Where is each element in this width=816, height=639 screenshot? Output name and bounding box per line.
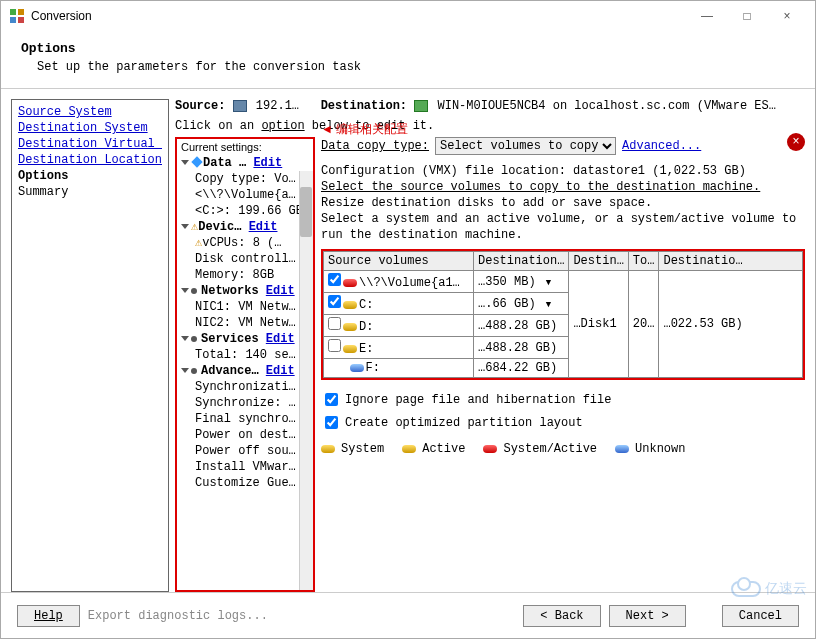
nav-destination-location[interactable]: Destination Location — [18, 152, 162, 168]
cloud-icon — [731, 581, 761, 597]
nav-options: Options — [18, 168, 162, 184]
page-title: Options — [21, 41, 795, 56]
back-button[interactable]: < Back — [523, 605, 600, 627]
svg-rect-1 — [18, 9, 24, 15]
edit-devices-link[interactable]: Edit — [249, 220, 278, 234]
instruction-text: Click on an option below to edit it. — [175, 119, 805, 133]
window-title: Conversion — [31, 9, 687, 23]
close-button[interactable]: × — [767, 2, 807, 30]
col-destination-datastore[interactable]: Destinatio… — [659, 252, 803, 271]
nav-source-system[interactable]: Source System — [18, 104, 162, 120]
tree-group-services[interactable]: Services Edit — [177, 331, 313, 347]
help-button[interactable]: Help — [17, 605, 80, 627]
annotation-text: ◄ 编辑相关配置 — [321, 121, 408, 138]
vm-icon — [414, 100, 428, 112]
legend-system-icon — [321, 445, 335, 453]
nav-destination-virtual-machine[interactable]: Destination Virtual M — [18, 136, 162, 152]
volume-checkbox[interactable] — [328, 317, 341, 330]
volume-checkbox[interactable] — [328, 339, 341, 352]
legend-system-active-icon — [483, 445, 497, 453]
copy-type-label: Data copy type: — [321, 139, 429, 153]
vmx-config-line: Configuration (VMX) file location: datas… — [321, 163, 805, 179]
disk-icon — [343, 323, 357, 331]
source-label: Source: — [175, 99, 225, 113]
watermark: 亿速云 — [731, 580, 807, 598]
tree-power-on: Power on dest… — [177, 427, 313, 443]
tree-group-data[interactable]: Data … Edit — [177, 155, 313, 171]
panel-close-icon[interactable]: × — [787, 133, 805, 151]
next-button[interactable]: Next > — [609, 605, 686, 627]
dest-label: Destination: — [321, 99, 407, 113]
volumes-grid: Source volumes Destination… Destin… To… … — [321, 249, 805, 380]
legend: System Active System/Active Unknown — [321, 442, 805, 456]
tree-disk-controller: Disk controll… — [177, 251, 313, 267]
disk-icon — [343, 345, 357, 353]
settings-tree[interactable]: ◄ 编辑相关配置 Current settings: Data … Edit C… — [175, 137, 315, 592]
tree-volume-a: <\\?\Volume{a… — [177, 187, 313, 203]
tree-customize-guest: Customize Gue… — [177, 475, 313, 491]
nav-destination-system[interactable]: Destination System — [18, 120, 162, 136]
tree-volume-c: <C:>: 199.66 GB — [177, 203, 313, 219]
nav-summary: Summary — [18, 184, 162, 200]
diamond-icon — [191, 156, 202, 167]
col-source-volumes[interactable]: Source volumes — [324, 252, 474, 271]
total-cell: 20… — [628, 271, 659, 378]
minimize-button[interactable]: — — [687, 2, 727, 30]
tree-nic2: NIC2: VM Netw… — [177, 315, 313, 331]
dest-disk-cell: …Disk1 — [569, 271, 628, 378]
tree-group-advanced[interactable]: Advance… Edit — [177, 363, 313, 379]
legend-active-icon — [402, 445, 416, 453]
tree-memory: Memory: 8GB — [177, 267, 313, 283]
help-line-1: Select the source volumes to copy to the… — [321, 179, 805, 195]
ignore-pagefile-checkbox[interactable] — [325, 393, 338, 406]
col-total[interactable]: To… — [628, 252, 659, 271]
help-line-3: Select a system and an active volume, or… — [321, 211, 805, 243]
ignore-pagefile-label: Ignore page file and hibernation file — [345, 393, 611, 407]
tree-power-off: Power off sou… — [177, 443, 313, 459]
tree-sync2: Synchronize: … — [177, 395, 313, 411]
tree-vcpus: ⚠vCPUs: 8 (… — [177, 235, 313, 251]
size-dropdown[interactable] — [543, 297, 551, 311]
svg-rect-2 — [10, 17, 16, 23]
tree-group-devices[interactable]: ⚠Devic… Edit — [177, 219, 313, 235]
tree-copy-type: Copy type: Vo… — [177, 171, 313, 187]
volume-checkbox[interactable] — [328, 273, 341, 286]
size-dropdown[interactable] — [543, 275, 551, 289]
edit-data-link[interactable]: Edit — [253, 156, 282, 170]
tree-scrollbar[interactable] — [299, 171, 313, 590]
svg-rect-0 — [10, 9, 16, 15]
col-destination-size[interactable]: Destination… — [474, 252, 569, 271]
source-value: 192.1… — [256, 99, 299, 113]
optimize-partition-label: Create optimized partition layout — [345, 416, 583, 430]
tree-header: Current settings: — [177, 139, 313, 155]
disk-icon — [350, 364, 364, 372]
tree-services-total: Total: 140 se… — [177, 347, 313, 363]
wizard-nav: Source System Destination System Destina… — [11, 99, 169, 592]
legend-unknown-icon — [615, 445, 629, 453]
tree-install-vmware: Install VMwar… — [177, 459, 313, 475]
disk-icon — [343, 279, 357, 287]
volume-checkbox[interactable] — [328, 295, 341, 308]
advanced-link[interactable]: Advanced... — [622, 139, 701, 153]
dest-value: WIN-M0IOUE5NCB4 on localhost.sc.com (VMw… — [437, 99, 775, 113]
svg-rect-3 — [18, 17, 24, 23]
maximize-button[interactable]: □ — [727, 2, 767, 30]
datastore-cell: …022.53 GB) — [659, 271, 803, 378]
col-destination-disk[interactable]: Destin… — [569, 252, 628, 271]
volume-row[interactable]: \\?\Volume{a1… …350 MB) …Disk1 20… …022.… — [324, 271, 803, 293]
tree-sync3: Final synchro… — [177, 411, 313, 427]
server-icon — [233, 100, 247, 112]
edit-advanced-link[interactable]: Edit — [266, 364, 295, 378]
detail-panel: × Data copy type: Select volumes to copy… — [321, 137, 805, 592]
app-icon — [9, 8, 25, 24]
cancel-button[interactable]: Cancel — [722, 605, 799, 627]
export-logs-link[interactable]: Export diagnostic logs... — [88, 609, 268, 623]
edit-networks-link[interactable]: Edit — [266, 284, 295, 298]
edit-services-link[interactable]: Edit — [266, 332, 295, 346]
tree-group-networks[interactable]: Networks Edit — [177, 283, 313, 299]
tree-sync1: Synchronizati… — [177, 379, 313, 395]
copy-type-select[interactable]: Select volumes to copy — [435, 137, 616, 155]
grid-header-row: Source volumes Destination… Destin… To… … — [324, 252, 803, 271]
page-subtitle: Set up the parameters for the conversion… — [37, 60, 795, 74]
optimize-partition-checkbox[interactable] — [325, 416, 338, 429]
